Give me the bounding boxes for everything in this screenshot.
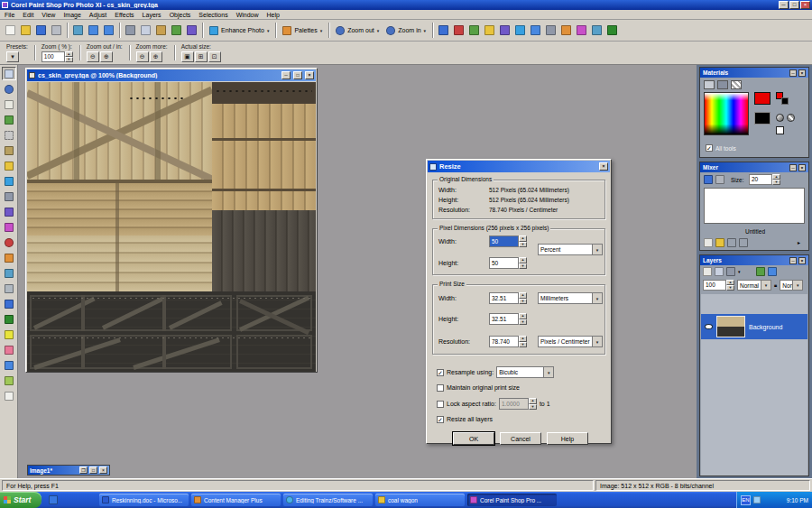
tool-zoom[interactable] [2,82,16,96]
zoom-more-in-button[interactable]: ⊕ [150,51,162,62]
mixer-new-page-icon[interactable] [704,238,713,247]
texture-button[interactable] [787,114,795,122]
pixel-width-stepper[interactable]: 50 ▲▼ [489,236,527,247]
menu-view[interactable]: View [42,12,55,18]
cancel-button[interactable]: Cancel [500,432,541,445]
print-height-stepper[interactable]: 32.51 ▲▼ [489,313,527,325]
restore-icon[interactable]: ❐ [79,466,88,474]
close-icon[interactable]: × [305,71,314,79]
swatches-icon[interactable] [451,23,466,38]
resize-dialog-titlebar[interactable]: Resize × [428,161,610,172]
overview-icon[interactable] [466,23,482,38]
tool-red-eye[interactable] [2,236,16,249]
print-unit-select[interactable]: Millimeters▾ [538,292,603,304]
copy-icon[interactable] [138,23,153,38]
layers-titlebar[interactable]: Layers ─ × [700,255,808,265]
ok-button[interactable]: OK [453,432,494,445]
task-word[interactable]: Reskinning.doc - Microso... [99,494,189,506]
menu-layers[interactable]: Layers [143,12,161,18]
print-resolution-stepper[interactable]: 78.740 ▲▼ [489,336,527,347]
background-mini-swatch[interactable] [781,97,789,105]
minimized-image-window[interactable]: Image1* ❐ □ × [27,465,110,476]
organizer-icon[interactable] [558,23,574,38]
effects-icon[interactable] [574,23,589,38]
maximize-icon[interactable]: □ [789,1,799,9]
zoom-in-step-button[interactable]: ⊕ [100,51,113,62]
start-button[interactable]: Start [0,492,42,508]
tool-text[interactable] [2,389,16,402]
blend-mode-select[interactable]: Normal▾ [737,280,771,291]
variance-icon[interactable] [497,23,512,38]
image-canvas[interactable] [27,82,316,372]
all-tools-checkbox[interactable]: ✓ [706,144,713,152]
tool-perspective[interactable] [2,220,16,234]
paste-icon[interactable] [153,23,169,38]
menu-window[interactable]: Window [236,12,259,18]
style-button[interactable] [776,114,784,122]
histogram-icon[interactable] [436,23,451,38]
mixer-brush-icon[interactable] [704,175,713,184]
quick-launch-icon[interactable] [49,495,58,504]
browse-icon[interactable] [169,23,184,38]
help-button[interactable]: Help [547,432,588,445]
rainbow-tab-icon[interactable] [717,80,728,89]
mixer-titlebar[interactable]: Mixer ─ × [700,162,808,172]
print-icon[interactable] [49,23,64,38]
delete-layer-icon[interactable] [726,267,735,276]
menu-adjust[interactable]: Adjust [89,12,106,18]
new-mask-icon[interactable] [715,267,724,276]
visibility-eye-icon[interactable] [705,324,713,329]
tool-clone[interactable] [2,266,16,280]
minimize-icon[interactable]: ─ [281,71,291,79]
link-set-select[interactable]: None▾ [780,280,803,291]
mixer-icon[interactable] [512,23,528,38]
undo-icon[interactable] [86,23,101,38]
tool-makeover[interactable] [2,251,16,264]
volume-icon[interactable] [753,496,761,503]
tool-crop[interactable] [2,189,16,203]
zoom-out-button[interactable]: Zoom out▾ [332,22,383,39]
tray-clock[interactable]: 9:10 PM [787,497,808,503]
transparent-button[interactable] [776,126,784,134]
chevron-down-icon[interactable]: ▾ [738,269,741,274]
palette-knife-icon[interactable] [715,175,724,184]
menu-edit[interactable]: Edit [23,12,33,18]
menu-image[interactable]: Image [63,12,80,18]
capture-icon[interactable] [184,23,199,38]
new-file-icon[interactable] [3,23,18,38]
language-indicator[interactable]: EN [741,495,751,505]
actual-size-button[interactable]: ▣ [181,51,194,62]
cut-icon[interactable] [123,23,138,38]
materials-titlebar[interactable]: Materials ─ × [700,68,808,78]
menu-objects[interactable]: Objects [170,12,191,18]
menu-selections[interactable]: Selections [198,12,227,18]
mixer-remix-icon[interactable] [739,238,748,247]
resample-checkbox[interactable]: ✓ [437,369,444,376]
resample-method-select[interactable]: Bicubic▾ [496,366,554,378]
rollup-icon[interactable]: ─ [789,164,797,171]
maintain-print-size-checkbox[interactable] [437,384,444,392]
task-content-manager[interactable]: Content Manager Plus [191,494,281,506]
layer-opacity-stepper[interactable]: 100 ▲▼ [703,280,734,291]
tool-freehand-selection[interactable] [2,143,16,157]
swatch-tab-icon[interactable] [731,80,742,89]
close-icon[interactable]: × [798,257,806,264]
print-width-stepper[interactable]: 32.51 ▲▼ [489,292,527,304]
zoom-percent-stepper[interactable]: 100 ▲▼ [42,51,73,62]
zoom-more-out-button[interactable]: ⊖ [136,51,149,62]
tool-magic-wand[interactable] [2,159,16,172]
zoom-in-button[interactable]: Zoom in▾ [383,22,429,39]
close-icon[interactable]: × [99,466,107,474]
task-paint-shop-pro[interactable]: Corel Paint Shop Pro ... [467,494,557,506]
fit-window-button[interactable]: ⊞ [195,51,208,62]
tool-picture-tube[interactable] [2,374,16,387]
mixer-size-stepper[interactable]: 20 ▲▼ [749,174,780,185]
aspect-ratio-stepper[interactable]: 1.0000 ▲▼ [499,398,537,410]
tool-pick[interactable] [2,97,16,111]
redo-icon[interactable] [101,23,116,38]
rollup-icon[interactable]: ─ [789,257,797,264]
close-icon[interactable]: × [800,1,810,9]
close-icon[interactable]: × [798,164,806,171]
zoom-out-step-button[interactable]: ⊖ [87,51,99,62]
mixer-more-icon[interactable]: ▸ [798,239,800,245]
